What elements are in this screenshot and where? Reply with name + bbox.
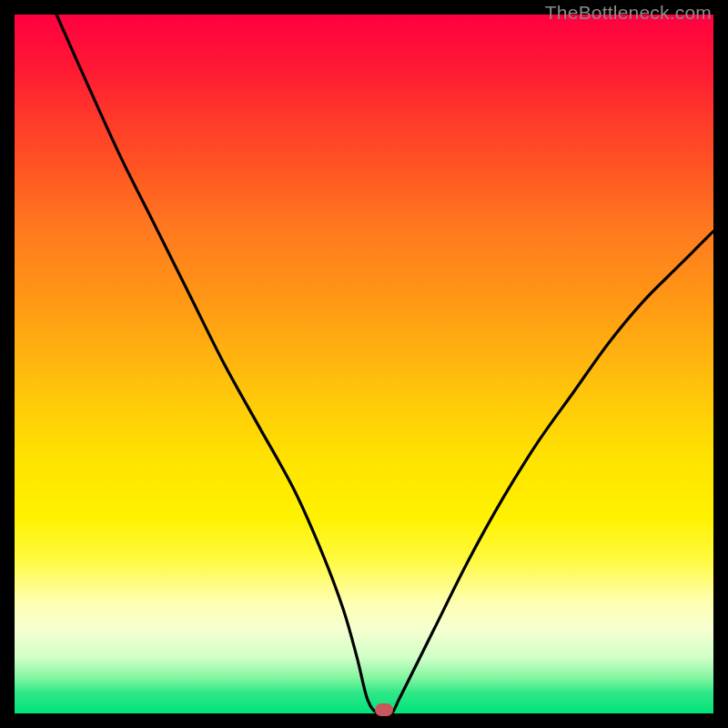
- chart-container: TheBottleneck.com: [0, 0, 728, 728]
- optimal-marker: [375, 703, 393, 716]
- plot-area: [15, 15, 713, 713]
- bottleneck-curve: [15, 15, 713, 713]
- watermark-text: TheBottleneck.com: [545, 2, 712, 24]
